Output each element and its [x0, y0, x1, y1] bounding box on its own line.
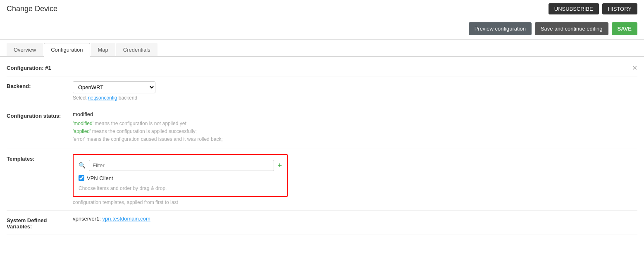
- status-value: modified: [73, 111, 637, 117]
- backend-row: Backend: OpenWRT Select netjsonconfig ba…: [7, 76, 637, 106]
- status-notes: 'modified' means the configuration is no…: [73, 120, 637, 144]
- tab-configuration[interactable]: Configuration: [44, 43, 90, 57]
- vpn-domain-link[interactable]: vpn.testdomain.com: [103, 216, 150, 222]
- section-title: Configuration: #1: [7, 65, 51, 71]
- config-status-label: Configuration status:: [7, 111, 73, 119]
- drag-hint: Choose items and order by drag & drop.: [79, 185, 282, 191]
- sys-vars-label: System Defined Variables:: [7, 216, 73, 230]
- template-item-vpn-client: VPN Client: [79, 175, 282, 181]
- vpn-client-label: VPN Client: [87, 175, 113, 181]
- status-note-2: 'applied' means the configuration is app…: [73, 128, 637, 135]
- backend-help: Select netjsonconfig backend: [73, 95, 637, 101]
- tab-map[interactable]: Map: [91, 43, 115, 56]
- templates-field: 🔍 + VPN Client Choose items and order by…: [73, 154, 637, 205]
- config-status-row: Configuration status: modified 'modified…: [7, 106, 637, 149]
- backend-field: OpenWRT Select netjsonconfig backend: [73, 81, 637, 101]
- status-note-1: 'modified' means the configuration is no…: [73, 120, 637, 128]
- top-bar-actions: UNSUBSCRIBE HISTORY: [549, 3, 637, 14]
- sys-vars-field: vpnserver1: vpn.testdomain.com: [73, 216, 637, 222]
- templates-box: 🔍 + VPN Client Choose items and order by…: [73, 154, 288, 197]
- netjsonconfig-link[interactable]: netjsonconfig: [88, 95, 117, 101]
- remove-section-icon[interactable]: ✕: [632, 64, 637, 72]
- search-icon: 🔍: [79, 162, 86, 169]
- templates-help: configuration templates, applied from fi…: [73, 199, 637, 205]
- tabs: Overview Configuration Map Credentials: [0, 43, 644, 57]
- config-status-field: modified 'modified' means the configurat…: [73, 111, 637, 144]
- sys-vars-row: System Defined Variables: vpnserver1: vp…: [7, 211, 637, 235]
- templates-label: Templates:: [7, 154, 73, 162]
- preview-configuration-button[interactable]: Preview configuration: [469, 22, 532, 35]
- filter-row: 🔍 +: [79, 160, 282, 171]
- tab-overview[interactable]: Overview: [7, 43, 43, 56]
- save-continue-button[interactable]: Save and continue editing: [535, 22, 608, 35]
- add-template-icon[interactable]: +: [277, 161, 282, 170]
- vpn-client-checkbox[interactable]: [79, 175, 84, 181]
- backend-label: Backend:: [7, 81, 73, 89]
- section-header: Configuration: #1 ✕: [7, 60, 637, 76]
- content: Configuration: #1 ✕ Backend: OpenWRT Sel…: [0, 60, 644, 235]
- templates-row: Templates: 🔍 + VPN Client Choose items a…: [7, 149, 637, 211]
- history-button[interactable]: HISTORY: [602, 3, 637, 14]
- page-title: Change Device: [7, 5, 57, 13]
- top-bar: Change Device UNSUBSCRIBE HISTORY: [0, 0, 644, 18]
- filter-input[interactable]: [89, 160, 274, 171]
- save-button[interactable]: SAVE: [612, 22, 637, 35]
- status-note-3: 'error' means the configuration caused i…: [73, 135, 637, 143]
- sys-vars-value: vpnserver1: vpn.testdomain.com: [73, 216, 637, 222]
- action-bar: Preview configuration Save and continue …: [0, 18, 644, 40]
- tab-credentials[interactable]: Credentials: [116, 43, 157, 56]
- unsubscribe-button[interactable]: UNSUBSCRIBE: [549, 3, 599, 14]
- backend-select[interactable]: OpenWRT: [73, 81, 155, 93]
